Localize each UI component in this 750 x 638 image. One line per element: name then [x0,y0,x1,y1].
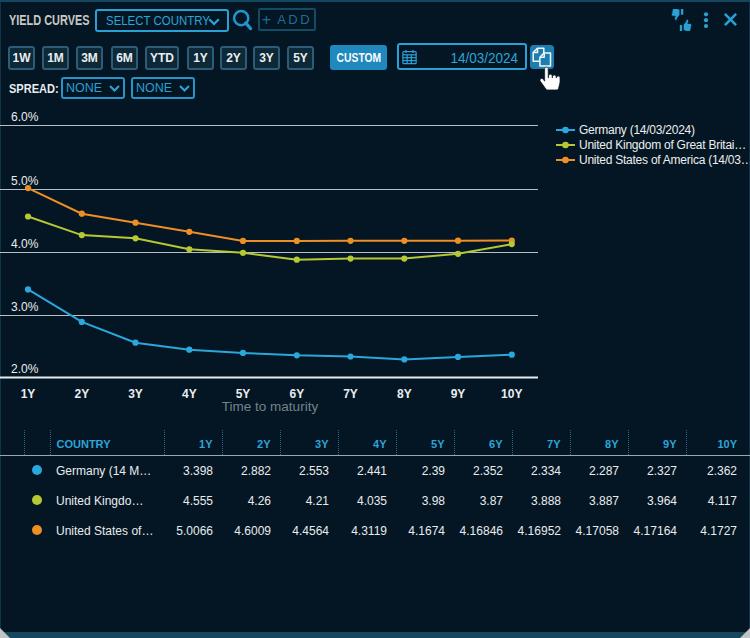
svg-text:3.0%: 3.0% [11,300,39,314]
svg-text:5.0%: 5.0% [11,174,39,188]
svg-text:4Y: 4Y [182,387,197,401]
svg-text:7Y: 7Y [343,387,358,401]
svg-text:9Y: 9Y [451,387,466,401]
svg-text:8Y: 8Y [397,387,412,401]
svg-text:1Y: 1Y [21,387,36,401]
svg-text:6.0%: 6.0% [11,110,39,124]
svg-text:2Y: 2Y [74,387,89,401]
svg-text:2.0%: 2.0% [11,362,39,376]
svg-text:10Y: 10Y [501,387,522,401]
svg-text:4.0%: 4.0% [11,237,39,251]
svg-text:3Y: 3Y [128,387,143,401]
svg-text:Time to maturity: Time to maturity [222,399,319,414]
